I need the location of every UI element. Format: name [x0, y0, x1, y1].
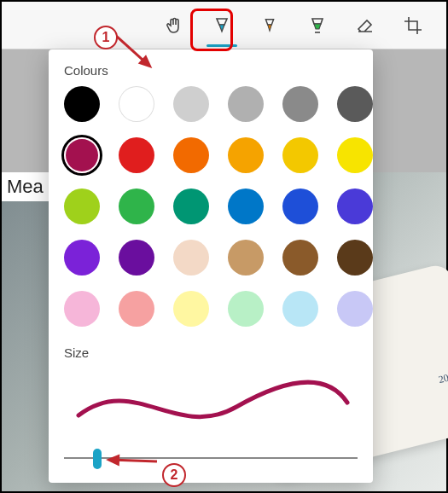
colour-swatch[interactable] — [337, 291, 373, 327]
colour-swatch[interactable] — [228, 240, 264, 276]
pencil-tool[interactable] — [257, 13, 282, 38]
pen-options-popover: Colours Size — [49, 49, 373, 483]
hand-icon — [164, 15, 184, 36]
eraser-tool[interactable] — [352, 13, 378, 38]
crop-tool[interactable] — [400, 13, 426, 38]
callout-2-label: 2 — [171, 467, 178, 483]
app-window: EL 2019 Mea Colours Size 1 2 — [0, 0, 448, 493]
callout-1: 1 — [94, 26, 118, 49]
colour-swatch[interactable] — [64, 137, 100, 173]
size-label: Size — [64, 345, 358, 360]
colour-swatch[interactable] — [173, 240, 209, 276]
slider-thumb[interactable] — [93, 449, 102, 469]
colour-swatch[interactable] — [119, 86, 154, 122]
colours-label: Colours — [64, 63, 358, 78]
colour-swatch[interactable] — [282, 86, 318, 122]
colour-swatch[interactable] — [119, 240, 154, 276]
colour-swatch[interactable] — [228, 86, 264, 122]
arrow-2-icon — [106, 451, 158, 470]
colour-swatch[interactable] — [119, 188, 154, 224]
colour-swatch[interactable] — [119, 291, 154, 327]
colour-swatch[interactable] — [337, 86, 373, 122]
eraser-icon — [355, 15, 375, 36]
colour-swatch[interactable] — [64, 291, 100, 327]
callout-2: 2 — [162, 463, 186, 487]
highlighter-icon — [307, 15, 328, 36]
colour-swatch[interactable] — [282, 291, 318, 327]
colour-swatch[interactable] — [337, 188, 373, 224]
colour-swatch[interactable] — [173, 188, 209, 224]
colour-swatch[interactable] — [173, 291, 209, 327]
svg-line-2 — [116, 460, 157, 461]
stroke-size-preview — [64, 368, 358, 437]
colour-swatch[interactable] — [228, 137, 264, 173]
svg-marker-3 — [106, 454, 119, 467]
colour-swatch[interactable] — [64, 240, 100, 276]
colour-swatch-grid — [64, 86, 358, 327]
highlighter-tool[interactable] — [305, 13, 330, 38]
stroke-preview-curve-icon — [64, 368, 358, 437]
crop-icon — [403, 15, 423, 36]
colour-swatch[interactable] — [282, 240, 318, 276]
colour-swatch[interactable] — [337, 137, 373, 173]
colour-swatch[interactable] — [64, 188, 100, 224]
background-label-snippet: Mea — [2, 172, 50, 201]
colour-swatch[interactable] — [337, 240, 373, 276]
colour-swatch[interactable] — [173, 137, 209, 173]
callout-1-label: 1 — [102, 30, 110, 45]
colour-swatch[interactable] — [228, 291, 264, 327]
colour-swatch[interactable] — [119, 137, 154, 173]
colour-swatch[interactable] — [282, 188, 318, 224]
colour-swatch[interactable] — [282, 137, 318, 173]
pencil-icon — [260, 16, 279, 35]
touch-write-tool[interactable] — [161, 13, 187, 38]
colour-swatch[interactable] — [173, 86, 209, 122]
colour-swatch[interactable] — [64, 86, 100, 122]
colour-swatch[interactable] — [228, 188, 264, 224]
instruction-highlight-box — [190, 9, 233, 51]
